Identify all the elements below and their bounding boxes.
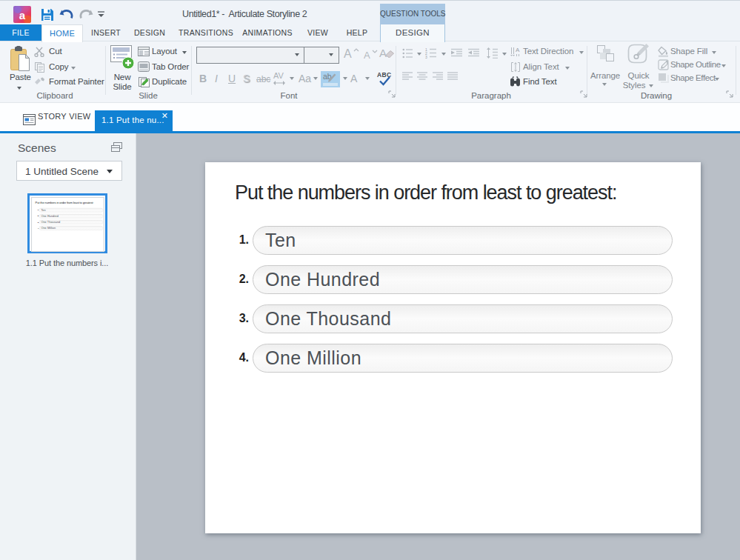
svg-text:A: A [516, 47, 520, 53]
svg-text:a: a [19, 9, 26, 21]
svg-text:3: 3 [425, 55, 427, 59]
